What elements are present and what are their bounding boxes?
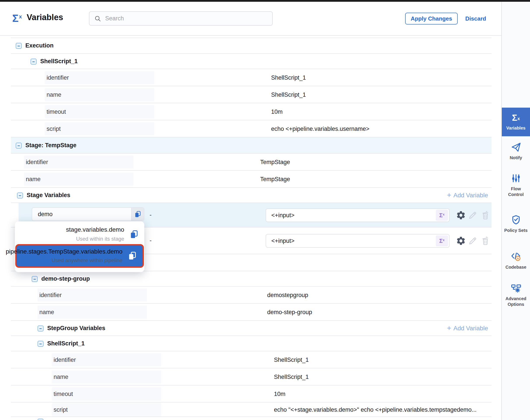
pencil-icon (468, 236, 478, 246)
section-label: demo-step-group (41, 275, 90, 282)
edit-button[interactable] (468, 236, 478, 246)
field-row: namedemo-step-group (0, 304, 501, 321)
collapse-icon[interactable] (16, 43, 22, 49)
tree-section-row: Stage: TempStage (0, 137, 501, 153)
collapse-icon[interactable] (17, 193, 23, 198)
field-row: scriptecho <+pipeline.variables.username… (0, 120, 501, 137)
collapse-icon[interactable] (16, 143, 22, 149)
field-value: ShellScript_1 (271, 74, 306, 81)
field-label: script (52, 403, 161, 416)
field-value: 10m (271, 108, 283, 115)
field-value: 10m (274, 391, 286, 397)
search-box[interactable] (89, 11, 273, 26)
field-row: identifierdemostepgroup (0, 286, 501, 304)
copy-icon (134, 210, 142, 218)
field-value: demostepgroup (267, 292, 308, 299)
collapse-icon[interactable] (38, 326, 44, 331)
sliders-icon (511, 173, 521, 184)
section-label: Stage: TempStage (25, 142, 76, 149)
tree-section-row: StepGroup Variables+Add Variable (0, 321, 501, 336)
field-label: timeout (45, 105, 154, 118)
apply-changes-button[interactable]: Apply Changes (405, 13, 458, 25)
tree-section-row: Execution (0, 38, 501, 54)
field-value: ShellScript_1 (271, 91, 306, 98)
page-title: Variables (27, 13, 63, 22)
add-variable-button[interactable]: +Add Variable (447, 191, 488, 199)
field-value: ShellScript_1 (274, 357, 309, 363)
field-row: identifierTempStage (0, 153, 501, 171)
discard-button[interactable]: Discard (465, 13, 486, 25)
collapse-icon[interactable] (32, 276, 38, 282)
copy-button[interactable] (131, 208, 144, 221)
collapse-icon[interactable] (38, 341, 44, 347)
variable-name-input[interactable]: demo (32, 207, 144, 221)
field-label: identifier (45, 71, 154, 84)
field-value: demo-step-group (267, 309, 312, 316)
sidebar-item-advanced-options[interactable]: Advanced Options (502, 283, 530, 307)
stage-row-highlight (11, 137, 491, 153)
sigma-icon: Σx (512, 113, 520, 123)
pencil-icon (468, 210, 478, 220)
plus-icon: + (447, 324, 451, 332)
plus-icon: + (447, 191, 451, 199)
section-label: ShellScript_1 (40, 58, 78, 65)
section-label: Execution (25, 42, 54, 49)
field-value: TempStage (260, 176, 290, 183)
collapse-icon[interactable] (38, 419, 44, 420)
flowchart-gear-icon (511, 283, 521, 294)
usage-option-pipeline-scope[interactable]: pipeline.stages.TempStage.variables.demo… (17, 245, 143, 267)
sidebar-item-notify[interactable]: Notify (502, 142, 530, 161)
field-label: name (52, 370, 161, 383)
sidebar-item-codebase[interactable]: Codebase (502, 251, 530, 270)
field-label: name (45, 88, 154, 101)
tree-section-row: ShellScript_1 (0, 54, 501, 69)
field-row: identifierShellScript_1 (0, 69, 501, 86)
field-value: TempStage (260, 159, 290, 165)
usage-option-stage-scope[interactable]: stage.variables.demo Used within its sta… (15, 224, 144, 245)
sidebar-item-variables[interactable]: Σx Variables (502, 108, 530, 136)
copy-icon[interactable] (129, 229, 139, 239)
variables-panel-screen: Σx Variables Apply Changes Discard Σx Va… (0, 0, 530, 420)
gear-icon (456, 210, 466, 220)
variable-value-input[interactable]: Σx (266, 209, 450, 222)
search-input[interactable] (105, 15, 262, 22)
add-variable-button[interactable]: +Add Variable (447, 324, 488, 332)
expression-toggle-button[interactable]: Σx (436, 210, 448, 221)
field-label: identifier (24, 155, 133, 169)
field-value: ShellScript_1 (274, 374, 309, 380)
field-row: identifierShellScript_1 (0, 351, 501, 368)
field-row: nameShellScript_1 (0, 86, 501, 103)
section-label: StepGroup Variables (47, 325, 105, 332)
value-text-input[interactable] (266, 212, 419, 219)
window-top-bar (0, 0, 530, 2)
delete-button[interactable] (480, 210, 491, 221)
settings-button[interactable] (456, 210, 466, 221)
section-label: Stage Variables (27, 192, 70, 199)
copy-icon[interactable] (127, 251, 137, 261)
table-row (0, 417, 501, 420)
collapse-icon[interactable] (31, 59, 37, 64)
value-text-input[interactable] (266, 237, 419, 245)
trash-icon (480, 210, 490, 220)
edit-button[interactable] (468, 210, 478, 221)
sidebar-item-flow-control[interactable]: Flow Control (502, 173, 530, 197)
settings-button[interactable] (456, 236, 466, 246)
tree-section-row: ShellScript_1 (0, 336, 501, 351)
expression-toggle-button[interactable]: Σx (436, 235, 448, 246)
add-variable-label: Add Variable (454, 325, 488, 332)
tree-section-row: demo-step-group (0, 271, 501, 286)
field-row: timeout10m (0, 103, 501, 120)
right-sidebar: Σx Variables Notify Flow Control Policy … (501, 2, 530, 420)
field-row: nameShellScript_1 (0, 368, 501, 385)
delete-button[interactable] (480, 236, 491, 246)
shield-check-icon (511, 214, 521, 225)
variable-value-input[interactable]: Σx (266, 234, 450, 248)
sidebar-item-policy-sets[interactable]: Policy Sets (502, 214, 530, 233)
field-label: script (45, 122, 154, 135)
code-warning-icon (510, 251, 522, 262)
search-icon (94, 15, 101, 22)
tree-section-row: Stage Variables+Add Variable (0, 188, 501, 203)
field-label: identifier (52, 353, 161, 366)
variable-name-text: demo (32, 208, 131, 221)
variable-usage-popup: stage.variables.demo Used within its sta… (15, 221, 144, 272)
